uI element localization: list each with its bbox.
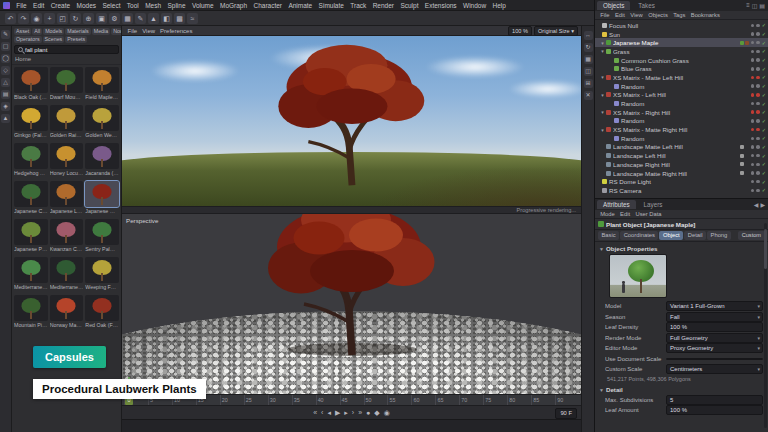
plant-asset-tile[interactable]: Golden Weeping Willow (Fall Plant) [85,105,119,141]
field-value[interactable]: 100 % [666,322,763,332]
field-value[interactable]: Centimeters [666,364,763,374]
tag-chip-icon[interactable] [745,41,749,45]
object-manager-menu-item[interactable]: View [628,12,645,18]
menu-item[interactable]: File [13,0,30,11]
plant-asset-tile[interactable]: Kwanzan Cherry (Fall Plant) [50,219,84,255]
generator-icon[interactable]: ▲ [1,114,10,123]
tag-chip-icon[interactable] [745,67,749,71]
render-visibility-dot[interactable] [756,76,760,80]
render-visibility-dot[interactable] [756,24,760,28]
tag-chip-icon[interactable] [745,49,749,53]
render-view-menu-item[interactable]: View [140,28,158,34]
menu-item[interactable]: Simulate [315,0,347,11]
editor-visibility-dot[interactable] [751,50,755,54]
plant-asset-tile[interactable]: Japanese Camellia (Fall Plant) [14,181,48,217]
asset-filter-tab[interactable]: Operators [14,36,42,43]
section-detail[interactable]: ▼Detail [595,384,768,395]
undo-icon[interactable]: ↶ [5,13,16,24]
object-row[interactable]: Landscape Matte Right Hill ✓ [595,169,768,178]
asset-filter-tab[interactable]: Media [92,28,110,35]
editor-visibility-dot[interactable] [751,110,755,114]
redo-icon[interactable]: ↷ [18,13,29,24]
pen-menu-icon[interactable]: ✎ [135,13,146,24]
asset-filter-tab[interactable]: Presets [65,36,87,43]
menu-item[interactable]: Extensions [422,0,460,11]
plant-asset-tile[interactable]: Norway Maple (Fall Plant) [50,295,84,331]
menu-item[interactable]: Animate [285,0,315,11]
move-tool-icon[interactable]: + [44,13,55,24]
tag-chip-icon[interactable] [745,23,749,27]
editor-visibility-dot[interactable] [751,145,755,149]
attribute-menu-item[interactable]: User Data [633,211,663,217]
object-row[interactable]: Random ✓ [595,117,768,126]
tag-chip-icon[interactable] [740,171,744,175]
render-visibility-dot[interactable] [756,102,760,106]
coordinate-system-icon[interactable]: ⊕ [83,13,94,24]
editor-visibility-dot[interactable] [751,93,755,97]
tag-chip-icon[interactable] [745,171,749,175]
editor-visibility-dot[interactable] [751,102,755,106]
enabled-check-icon[interactable]: ✓ [762,127,766,133]
split-view-icon[interactable]: ◫ [584,67,593,76]
menu-item[interactable]: Track [347,0,369,11]
object-row[interactable]: Random ✓ [595,82,768,91]
interface-icon[interactable]: ▤ [758,2,766,9]
object-row[interactable]: Landscape Matte Left Hill ✓ [595,143,768,152]
tag-chip-icon[interactable] [745,58,749,62]
object-row[interactable]: Sun ✓ [595,30,768,39]
snap-icon[interactable]: ↔ [584,31,593,40]
menu-item[interactable]: Mesh [142,0,164,11]
enabled-check-icon[interactable]: ✓ [762,57,766,63]
plant-asset-tile[interactable]: Japanese Larch (Fall Plant) [50,181,84,217]
editor-visibility-dot[interactable] [751,58,755,62]
object-manager-menu-item[interactable]: Objects [646,12,670,18]
tag-chip-icon[interactable] [740,49,744,53]
tag-chip-icon[interactable] [740,67,744,71]
breadcrumb[interactable]: Home [12,55,121,65]
goto-start-icon[interactable]: « [313,407,317,419]
render-visibility-dot[interactable] [756,119,760,123]
viewport-label[interactable]: Perspective [126,217,158,224]
mograph-menu-icon[interactable]: ▲ [148,13,159,24]
scale-tool-icon[interactable]: ◰ [57,13,68,24]
enabled-check-icon[interactable]: ✓ [762,66,766,72]
menu-item[interactable]: Character [250,0,285,11]
render-visibility-dot[interactable] [756,137,760,141]
render-visibility-dot[interactable] [756,145,760,149]
tag-chip-icon[interactable] [745,32,749,36]
goto-end-icon[interactable]: » [358,407,362,419]
attribute-tab[interactable]: Coordinates [620,231,658,240]
menu-item[interactable]: Select [99,0,123,11]
editor-visibility-dot[interactable] [751,119,755,123]
plant-asset-tile[interactable]: Mediterranean Cypress (Fall Plant) [50,257,84,293]
plant-asset-tile[interactable]: Japanese Pagoda Tree (Fall Plant) [14,219,48,255]
enabled-check-icon[interactable]: ✓ [762,170,766,176]
enabled-check-icon[interactable]: ✓ [762,92,766,98]
array-icon[interactable]: ▤ [1,90,10,99]
attribute-tab[interactable]: Detail [684,231,706,240]
scrollbar[interactable] [764,223,767,428]
tag-chip-icon[interactable] [740,128,744,132]
object-manager-menu-item[interactable]: Edit [613,12,627,18]
expand-arrow-icon[interactable]: ▾ [599,127,606,133]
tab-layers[interactable]: Layers [638,200,669,209]
expand-arrow-icon[interactable]: ▾ [599,74,606,80]
menu-item[interactable]: Render [369,0,397,11]
expand-arrow-icon[interactable]: ▾ [599,92,606,98]
plant-asset-tile[interactable]: Weeping Forsythia (Fall Plant) [85,257,119,293]
object-manager-menu-item[interactable]: Tags [671,12,688,18]
history-back-icon[interactable]: ◀ [753,201,760,208]
plant-asset-tile[interactable]: Mountain Pine (Fall Plant) [14,295,48,331]
object-row[interactable]: ▾ Grass ✓ [595,47,768,56]
tab-objects[interactable]: Objects [597,1,630,10]
rotate-view-icon[interactable]: ↻ [584,43,593,52]
editor-visibility-dot[interactable] [751,171,755,175]
asset-filter-tab[interactable]: Materials [65,28,91,35]
object-row[interactable]: Random ✓ [595,134,768,143]
keyframe-icon[interactable]: ◆ [374,407,379,419]
field-value[interactable]: 5 [666,395,763,405]
prev-key-icon[interactable]: ‹ [321,407,323,419]
field-value[interactable]: Proxy Geometry [666,343,763,353]
editor-visibility-dot[interactable] [751,163,755,167]
tag-chip-icon[interactable] [740,162,744,166]
